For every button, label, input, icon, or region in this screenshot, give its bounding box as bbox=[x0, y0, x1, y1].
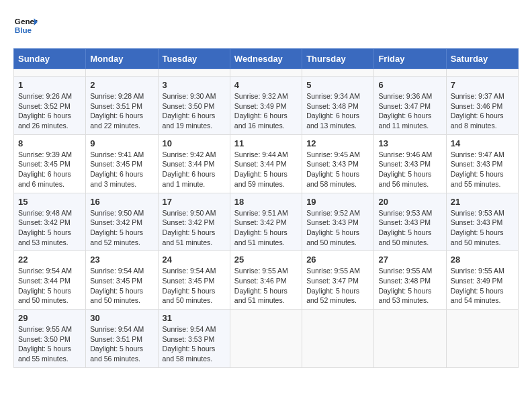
cell-sun-info: Sunrise: 9:46 AM Sunset: 3:43 PM Dayligh… bbox=[378, 150, 441, 189]
cell-sun-info: Sunrise: 9:55 AM Sunset: 3:50 PM Dayligh… bbox=[18, 324, 81, 364]
day-number: 9 bbox=[90, 138, 153, 148]
calendar-week-row bbox=[14, 69, 519, 77]
day-number: 4 bbox=[234, 80, 298, 90]
calendar-cell bbox=[446, 310, 518, 368]
calendar-cell: 7Sunrise: 9:37 AM Sunset: 3:46 PM Daylig… bbox=[446, 77, 518, 135]
calendar-cell: 3Sunrise: 9:30 AM Sunset: 3:50 PM Daylig… bbox=[158, 77, 230, 135]
calendar-cell: 21Sunrise: 9:53 AM Sunset: 3:43 PM Dayli… bbox=[446, 193, 518, 251]
logo-icon: General Blue bbox=[13, 13, 38, 38]
calendar-week-row: 29Sunrise: 9:55 AM Sunset: 3:50 PM Dayli… bbox=[14, 310, 519, 368]
calendar-cell bbox=[230, 69, 302, 77]
cell-sun-info: Sunrise: 9:39 AM Sunset: 3:45 PM Dayligh… bbox=[18, 150, 81, 189]
calendar-cell bbox=[374, 310, 446, 368]
day-number: 6 bbox=[378, 80, 441, 90]
cell-sun-info: Sunrise: 9:50 AM Sunset: 3:42 PM Dayligh… bbox=[90, 208, 153, 248]
day-number: 31 bbox=[163, 313, 226, 323]
calendar-cell: 17Sunrise: 9:50 AM Sunset: 3:42 PM Dayli… bbox=[158, 193, 230, 251]
cell-sun-info: Sunrise: 9:48 AM Sunset: 3:42 PM Dayligh… bbox=[18, 208, 81, 248]
cell-sun-info: Sunrise: 9:41 AM Sunset: 3:45 PM Dayligh… bbox=[90, 150, 153, 189]
day-number: 18 bbox=[234, 197, 298, 207]
calendar-cell bbox=[374, 69, 446, 77]
cell-sun-info: Sunrise: 9:53 AM Sunset: 3:43 PM Dayligh… bbox=[378, 208, 441, 248]
calendar-cell: 1Sunrise: 9:26 AM Sunset: 3:52 PM Daylig… bbox=[14, 77, 86, 135]
calendar-cell: 10Sunrise: 9:42 AM Sunset: 3:44 PM Dayli… bbox=[158, 134, 230, 193]
calendar-cell bbox=[230, 310, 302, 368]
day-number: 5 bbox=[306, 80, 369, 90]
day-number: 28 bbox=[451, 255, 514, 265]
cell-sun-info: Sunrise: 9:55 AM Sunset: 3:48 PM Dayligh… bbox=[378, 266, 441, 306]
day-of-week-header: Sunday bbox=[14, 49, 86, 69]
day-number: 13 bbox=[378, 138, 441, 148]
day-number: 15 bbox=[18, 197, 81, 207]
calendar-cell: 30Sunrise: 9:54 AM Sunset: 3:51 PM Dayli… bbox=[86, 310, 158, 368]
calendar-cell: 29Sunrise: 9:55 AM Sunset: 3:50 PM Dayli… bbox=[14, 310, 86, 368]
calendar-cell: 6Sunrise: 9:36 AM Sunset: 3:47 PM Daylig… bbox=[374, 77, 446, 135]
day-of-week-header: Thursday bbox=[302, 49, 374, 69]
calendar-cell: 25Sunrise: 9:55 AM Sunset: 3:46 PM Dayli… bbox=[230, 251, 302, 310]
day-number: 17 bbox=[163, 197, 226, 207]
logo: General Blue bbox=[13, 13, 21, 38]
calendar-cell bbox=[86, 69, 158, 77]
calendar-cell: 9Sunrise: 9:41 AM Sunset: 3:45 PM Daylig… bbox=[86, 134, 158, 193]
day-number: 21 bbox=[451, 197, 514, 207]
day-number: 8 bbox=[18, 138, 81, 148]
day-number: 14 bbox=[451, 138, 514, 148]
calendar-cell: 13Sunrise: 9:46 AM Sunset: 3:43 PM Dayli… bbox=[374, 134, 446, 193]
calendar-cell bbox=[14, 69, 86, 77]
day-number: 29 bbox=[18, 313, 81, 323]
day-number: 30 bbox=[90, 313, 153, 323]
calendar-cell: 26Sunrise: 9:55 AM Sunset: 3:47 PM Dayli… bbox=[302, 251, 374, 310]
cell-sun-info: Sunrise: 9:37 AM Sunset: 3:46 PM Dayligh… bbox=[451, 91, 514, 131]
cell-sun-info: Sunrise: 9:32 AM Sunset: 3:49 PM Dayligh… bbox=[234, 91, 298, 131]
svg-text:Blue: Blue bbox=[15, 26, 32, 34]
calendar-cell: 18Sunrise: 9:51 AM Sunset: 3:42 PM Dayli… bbox=[230, 193, 302, 251]
cell-sun-info: Sunrise: 9:50 AM Sunset: 3:42 PM Dayligh… bbox=[163, 208, 226, 248]
calendar-cell: 5Sunrise: 9:34 AM Sunset: 3:48 PM Daylig… bbox=[302, 77, 374, 135]
cell-sun-info: Sunrise: 9:53 AM Sunset: 3:43 PM Dayligh… bbox=[451, 208, 514, 248]
calendar-cell: 19Sunrise: 9:52 AM Sunset: 3:43 PM Dayli… bbox=[302, 193, 374, 251]
calendar-cell bbox=[302, 310, 374, 368]
cell-sun-info: Sunrise: 9:45 AM Sunset: 3:43 PM Dayligh… bbox=[306, 150, 369, 189]
cell-sun-info: Sunrise: 9:44 AM Sunset: 3:44 PM Dayligh… bbox=[234, 150, 298, 189]
cell-sun-info: Sunrise: 9:55 AM Sunset: 3:47 PM Dayligh… bbox=[306, 266, 369, 306]
day-number: 7 bbox=[451, 80, 514, 90]
day-number: 10 bbox=[163, 138, 226, 148]
calendar-cell: 16Sunrise: 9:50 AM Sunset: 3:42 PM Dayli… bbox=[86, 193, 158, 251]
day-number: 16 bbox=[90, 197, 153, 207]
day-number: 20 bbox=[378, 197, 441, 207]
calendar-week-row: 8Sunrise: 9:39 AM Sunset: 3:45 PM Daylig… bbox=[14, 134, 519, 193]
calendar-cell: 28Sunrise: 9:55 AM Sunset: 3:49 PM Dayli… bbox=[446, 251, 518, 310]
calendar-cell: 27Sunrise: 9:55 AM Sunset: 3:48 PM Dayli… bbox=[374, 251, 446, 310]
day-number: 12 bbox=[306, 138, 369, 148]
day-number: 23 bbox=[90, 255, 153, 265]
day-number: 1 bbox=[18, 80, 81, 90]
calendar-cell bbox=[446, 69, 518, 77]
day-number: 3 bbox=[163, 80, 226, 90]
cell-sun-info: Sunrise: 9:54 AM Sunset: 3:45 PM Dayligh… bbox=[90, 266, 153, 306]
calendar-cell: 2Sunrise: 9:28 AM Sunset: 3:51 PM Daylig… bbox=[86, 77, 158, 135]
day-of-week-header: Tuesday bbox=[158, 49, 230, 69]
calendar-cell: 24Sunrise: 9:54 AM Sunset: 3:45 PM Dayli… bbox=[158, 251, 230, 310]
day-number: 11 bbox=[234, 138, 298, 148]
calendar-table: SundayMondayTuesdayWednesdayThursdayFrid… bbox=[13, 48, 519, 368]
cell-sun-info: Sunrise: 9:36 AM Sunset: 3:47 PM Dayligh… bbox=[378, 91, 441, 131]
day-number: 2 bbox=[90, 80, 153, 90]
day-number: 27 bbox=[378, 255, 441, 265]
calendar-cell: 15Sunrise: 9:48 AM Sunset: 3:42 PM Dayli… bbox=[14, 193, 86, 251]
calendar-cell: 31Sunrise: 9:54 AM Sunset: 3:53 PM Dayli… bbox=[158, 310, 230, 368]
cell-sun-info: Sunrise: 9:54 AM Sunset: 3:53 PM Dayligh… bbox=[163, 324, 226, 364]
calendar-week-row: 22Sunrise: 9:54 AM Sunset: 3:44 PM Dayli… bbox=[14, 251, 519, 310]
cell-sun-info: Sunrise: 9:28 AM Sunset: 3:51 PM Dayligh… bbox=[90, 91, 153, 131]
cell-sun-info: Sunrise: 9:42 AM Sunset: 3:44 PM Dayligh… bbox=[163, 150, 226, 189]
day-number: 24 bbox=[163, 255, 226, 265]
page-header: General Blue bbox=[13, 13, 519, 38]
calendar-cell: 23Sunrise: 9:54 AM Sunset: 3:45 PM Dayli… bbox=[86, 251, 158, 310]
day-of-week-header: Saturday bbox=[446, 49, 518, 69]
cell-sun-info: Sunrise: 9:30 AM Sunset: 3:50 PM Dayligh… bbox=[163, 91, 226, 131]
cell-sun-info: Sunrise: 9:47 AM Sunset: 3:43 PM Dayligh… bbox=[451, 150, 514, 189]
calendar-cell: 4Sunrise: 9:32 AM Sunset: 3:49 PM Daylig… bbox=[230, 77, 302, 135]
calendar-cell: 8Sunrise: 9:39 AM Sunset: 3:45 PM Daylig… bbox=[14, 134, 86, 193]
calendar-cell: 22Sunrise: 9:54 AM Sunset: 3:44 PM Dayli… bbox=[14, 251, 86, 310]
cell-sun-info: Sunrise: 9:51 AM Sunset: 3:42 PM Dayligh… bbox=[234, 208, 298, 248]
calendar-cell: 20Sunrise: 9:53 AM Sunset: 3:43 PM Dayli… bbox=[374, 193, 446, 251]
